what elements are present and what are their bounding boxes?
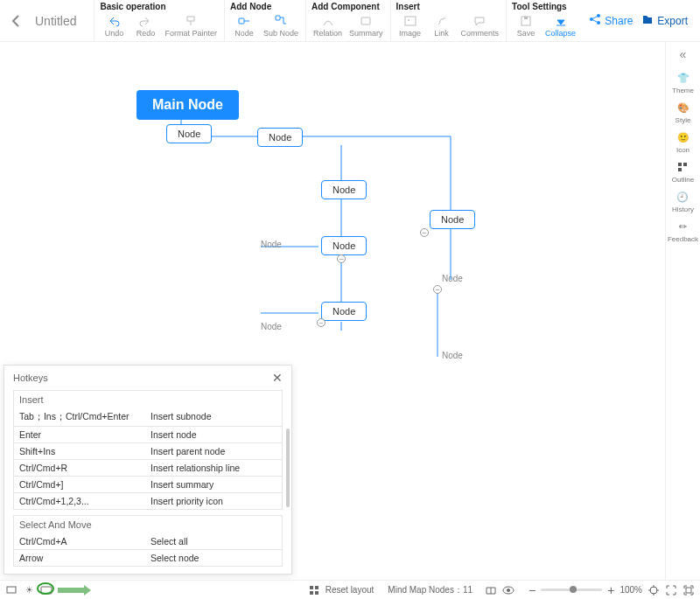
icon-icon: 🙂 [676,129,691,145]
mindmap-node[interactable]: Node [166,124,212,143]
summary-button[interactable]: Summary [347,13,385,38]
right-panel: « 👕Theme 🎨Style 🙂Icon Outline 🕘History ✏… [665,42,700,580]
toolgroup-add-node-title: Add Node [230,2,300,11]
svg-rect-3 [361,17,370,24]
svg-rect-1 [239,18,244,24]
mindmap-node[interactable]: Node [321,302,367,321]
panel-feedback[interactable]: ✏Feedback [668,219,698,243]
collapse-handle[interactable]: – [420,228,429,237]
format-painter-icon [184,14,198,28]
mindmap-node[interactable]: Node [430,210,475,229]
panel-icon[interactable]: 🙂Icon [676,129,691,154]
toolgroup-tool-settings: Tool Settings Save Collapse [506,0,583,41]
toolgroup-insert-title: Insert [396,2,501,11]
keyboard-icon[interactable] [40,584,52,596]
panel-theme[interactable]: 👕Theme [672,70,694,94]
mindmap-text-node[interactable]: Node [261,240,282,249]
mindmap-text-node[interactable]: Node [261,322,282,331]
insert-comments-button[interactable]: Comments [459,13,501,38]
save-button[interactable]: Save [512,13,540,38]
share-icon [589,13,601,28]
hotkeys-panel: Hotkeys ✕ Insert Tab；Ins；Ctrl/Cmd+EnterI… [4,365,292,575]
hotkey-row: Ctrl/Cmd+RInsert relationship line [13,460,283,477]
svg-rect-13 [678,168,682,171]
style-icon: 🎨 [676,100,691,115]
reset-layout-button[interactable]: Reset layout [326,585,374,595]
collapse-handle[interactable]: – [433,285,442,294]
hotkeys-close-button[interactable]: ✕ [272,371,283,385]
zoom-value: 100% [620,585,642,595]
panel-style[interactable]: 🎨Style [676,100,691,124]
share-button[interactable]: Share [589,13,633,28]
svg-point-21 [507,589,510,592]
svg-rect-23 [686,588,691,593]
svg-rect-16 [310,586,313,589]
panel-history[interactable]: 🕘History [672,189,694,213]
svg-rect-4 [405,17,416,25]
mindmap-text-node[interactable]: Node [442,274,463,283]
center-icon[interactable] [682,584,695,596]
insert-link-button[interactable]: Link [428,13,456,38]
export-button[interactable]: Export [641,13,688,28]
format-painter-button[interactable]: Format Painter [163,13,219,38]
brightness-icon[interactable]: ☀ [23,584,35,596]
mindmap-node[interactable]: Node [257,128,303,147]
insert-image-button[interactable]: Image [396,13,424,38]
svg-rect-12 [683,163,687,166]
toolgroup-add-component: Add Component Relation Summary [305,0,390,41]
hotkeys-scrollbar[interactable] [286,428,290,507]
svg-point-10 [597,21,600,24]
relation-button[interactable]: Relation [312,13,344,38]
svg-point-9 [590,17,593,21]
add-subnode-button[interactable]: Sub Node [262,13,300,38]
mindmap-node[interactable]: Node [321,180,367,199]
nodes-count-label: Mind Map Nodes：11 [388,584,472,596]
document-title[interactable]: Untitled [35,14,76,28]
summary-icon [359,14,373,28]
hotkey-row: Ctrl/Cmd+1,2,3...Insert priority icon [13,493,283,510]
zoom-in-button[interactable]: + [607,583,614,597]
add-node-button[interactable]: Node [230,13,258,38]
top-toolbar: Untitled Basic operation Undo Redo Forma… [0,0,700,42]
hotkey-row: ArrowSelect node [13,550,283,567]
collapse-button[interactable]: Collapse [543,13,578,38]
node-icon [237,14,251,28]
theme-icon: 👕 [676,70,691,86]
svg-rect-11 [678,163,682,166]
layout-icon[interactable] [308,584,320,596]
fit-icon[interactable] [648,584,660,596]
feedback-icon: ✏ [675,219,690,234]
svg-rect-18 [310,591,313,595]
mindmap-text-node[interactable]: Node [442,351,463,360]
zoom-slider[interactable] [541,589,602,591]
collapse-panel-button[interactable]: « [666,47,700,61]
main-node[interactable]: Main Node [136,90,239,120]
read-mode-icon[interactable] [485,584,497,596]
svg-rect-14 [7,587,16,593]
svg-rect-17 [315,586,318,589]
hotkey-row: Ctrl/Cmd+]Insert summary [13,477,283,493]
redo-icon [138,14,152,28]
collapse-handle[interactable]: – [317,318,326,327]
eye-icon[interactable] [502,584,514,596]
redo-button[interactable]: Redo [131,13,159,38]
svg-rect-7 [524,17,528,19]
svg-rect-19 [315,591,318,595]
toolgroup-tool-title: Tool Settings [512,2,578,11]
collapse-handle[interactable]: – [337,254,346,263]
relation-icon [321,14,335,28]
svg-rect-0 [187,17,194,21]
back-button[interactable] [7,12,24,30]
fullscreen-icon[interactable] [665,584,677,596]
hotkeys-section-select: Select And Move [13,515,283,533]
mindmap-node[interactable]: Node [321,236,367,255]
panel-outline[interactable]: Outline [672,159,694,184]
subnode-icon [274,14,288,28]
undo-button[interactable]: Undo [100,13,128,38]
zoom-out-button[interactable]: − [528,583,536,597]
image-icon [403,14,417,28]
presentation-icon[interactable] [5,584,18,596]
hotkey-row: Tab；Ins；Ctrl/Cmd+EnterInsert subnode [13,408,283,427]
hotkeys-title: Hotkeys [13,373,48,383]
toolgroup-add-node: Add Node Node Sub Node [224,0,305,41]
